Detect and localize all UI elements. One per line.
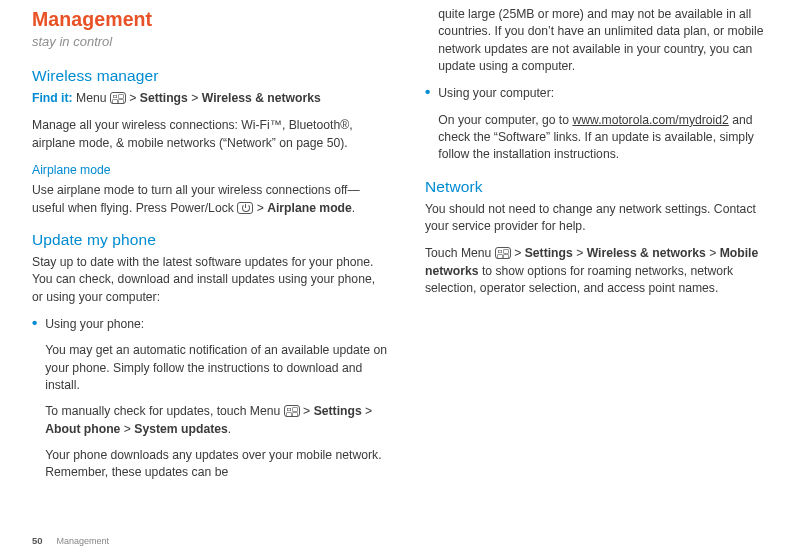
airplane-text-c: .	[352, 201, 355, 215]
bullet-dot-icon: •	[32, 316, 37, 482]
menu-icon	[110, 92, 126, 104]
np2-c: >	[573, 246, 587, 260]
tagline: stay in control	[32, 33, 389, 51]
find-it-sep2: >	[188, 91, 202, 105]
np2-settings: Settings	[525, 246, 573, 260]
airplane-mode-bold: Airplane mode	[267, 201, 352, 215]
np2-a: Touch Menu	[425, 246, 495, 260]
bp2-settings: Settings	[314, 404, 362, 418]
left-column: Management stay in control Wireless mana…	[32, 6, 389, 489]
bullet-body: Using your phone: You may get an automat…	[45, 316, 389, 482]
wireless-desc: Manage all your wireless connections: Wi…	[32, 117, 389, 152]
bp2-e: .	[228, 422, 231, 436]
bp2-d: >	[120, 422, 134, 436]
heading-update-phone: Update my phone	[32, 229, 389, 251]
bullet-p2: To manually check for updates, touch Men…	[45, 403, 389, 438]
bp2-sysupd: System updates	[134, 422, 227, 436]
page-number: 50	[32, 535, 43, 546]
page-title: Management	[32, 6, 389, 34]
find-it-line: Find it: Menu > Settings > Wireless & ne…	[32, 90, 389, 107]
bullet2-lead: Using your computer:	[438, 85, 782, 102]
page-footer: 50Management	[32, 534, 109, 548]
power-icon	[237, 202, 253, 214]
bp2-a: To manually check for updates, touch Men…	[45, 404, 283, 418]
airplane-text-b: >	[253, 201, 267, 215]
update-intro: Stay up to date with the latest software…	[32, 254, 389, 306]
cont-text: quite large (25MB or more) and may not b…	[438, 6, 782, 75]
heading-wireless-manager: Wireless manager	[32, 65, 389, 87]
motorola-link[interactable]: www.motorola.com/mydroid2	[572, 113, 728, 127]
bullet-p3: Your phone downloads any updates over yo…	[45, 447, 389, 482]
bullet-body: Using your computer: On your computer, g…	[438, 85, 782, 163]
right-column: • quite large (25MB or more) and may not…	[425, 6, 782, 489]
bullet-lead: Using your phone:	[45, 316, 389, 333]
bullet-dot-icon: •	[425, 85, 430, 163]
network-p2: Touch Menu > Settings > Wireless & netwo…	[425, 245, 782, 297]
find-it-wireless: Wireless & networks	[202, 91, 321, 105]
np2-b: >	[511, 246, 525, 260]
page-content: Management stay in control Wireless mana…	[0, 0, 810, 489]
np2-wireless: Wireless & networks	[587, 246, 706, 260]
bullet-continuation: • quite large (25MB or more) and may not…	[425, 6, 782, 75]
heading-airplane-mode: Airplane mode	[32, 162, 389, 179]
bullet-using-computer: • Using your computer: On your computer,…	[425, 85, 782, 163]
np2-d: >	[706, 246, 720, 260]
bp2-about: About phone	[45, 422, 120, 436]
menu-icon	[495, 247, 511, 259]
b2p1-a: On your computer, go to	[438, 113, 572, 127]
bullet-cont-body: quite large (25MB or more) and may not b…	[438, 6, 782, 75]
find-it-sep1: >	[126, 91, 140, 105]
find-it-label: Find it:	[32, 91, 73, 105]
find-it-pre: Menu	[73, 91, 110, 105]
menu-icon	[284, 405, 300, 417]
footer-section: Management	[57, 536, 110, 546]
bullet-p1: You may get an automatic notification of…	[45, 342, 389, 394]
find-it-settings: Settings	[140, 91, 188, 105]
bullet2-p1: On your computer, go to www.motorola.com…	[438, 112, 782, 164]
airplane-desc: Use airplane mode to turn all your wirel…	[32, 182, 389, 217]
heading-network: Network	[425, 176, 782, 198]
bp2-c: >	[362, 404, 373, 418]
network-p1: You should not need to change any networ…	[425, 201, 782, 236]
bullet-using-phone: • Using your phone: You may get an autom…	[32, 316, 389, 482]
bp2-b: >	[300, 404, 314, 418]
